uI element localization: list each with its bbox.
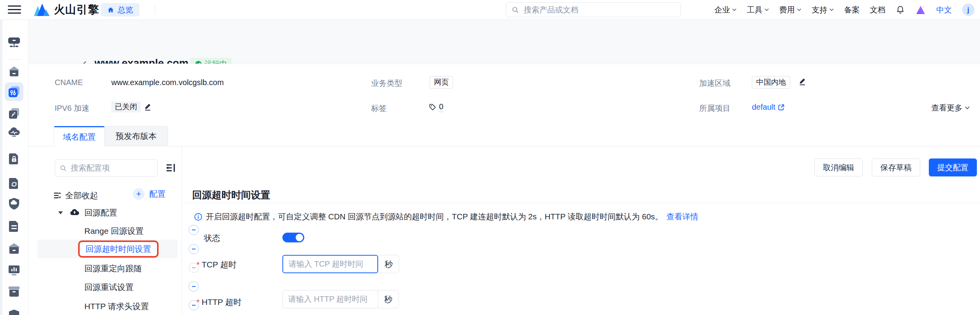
section-info-text: 开启回源超时配置，可自定义调整 CDN 回源节点到源站的超时时间，TCP 建连超… [206, 211, 663, 222]
domain-header-band: ‹ www.example.com 运行中 [28, 20, 980, 64]
navbar-divider [155, 5, 155, 14]
section-info-banner: 开启回源超时配置，可自定义调整 CDN 回源节点到源站的超时时间，TCP 建连超… [194, 211, 698, 222]
ai-assistant-icon[interactable] [915, 5, 926, 15]
domain-config-icon[interactable] [5, 82, 23, 101]
overview-button[interactable]: 总览 [101, 3, 139, 16]
tag-icon [429, 103, 436, 111]
http-unit-suffix: 秒 [378, 290, 399, 308]
project-value[interactable]: default [752, 103, 785, 112]
rocket-boost-icon[interactable] [8, 107, 20, 119]
tab-domain-config[interactable]: 域名配置 [54, 126, 105, 147]
tcp-timeout-input[interactable] [282, 255, 378, 273]
ipv6-value: 已关闭 [111, 101, 141, 112]
nav-menu-icp[interactable]: 备案 [844, 5, 860, 15]
nav-menu-enterprise[interactable]: 企业 [714, 5, 737, 15]
cname-label: CNAME [55, 78, 83, 87]
region-label: 加速区域 [699, 78, 730, 89]
hamburger-menu-icon[interactable] [8, 5, 21, 14]
toggle-knob [296, 234, 303, 241]
config-search-input[interactable] [70, 163, 153, 173]
http-field-label-row: * HTTP 超时 [196, 297, 241, 308]
save-draft-button[interactable]: 保存草稿 [872, 158, 920, 176]
home-nav-icon[interactable] [8, 65, 20, 78]
region-value: 中国内地 [752, 76, 790, 89]
cancel-edit-button[interactable]: 取消编辑 [814, 158, 863, 176]
tree-item-http-request-header[interactable]: HTTP 请求头设置 [84, 301, 149, 312]
chevron-down-icon [965, 106, 970, 110]
archive-box-icon[interactable] [8, 286, 20, 297]
edit-region-icon[interactable] [798, 77, 807, 86]
project-label: 所属项目 [699, 103, 730, 114]
language-switch[interactable]: 中文 [936, 5, 952, 15]
panel-content-divider [182, 146, 182, 315]
config-tabs: 域名配置 预发布版本 [28, 126, 980, 146]
edit-ipv6-icon[interactable] [144, 102, 152, 111]
tag-count[interactable]: 0 [439, 102, 443, 112]
nav-menu-tools[interactable]: 工具 [747, 5, 769, 15]
chevron-down-icon [829, 8, 834, 11]
ipv6-label: IPV6 加速 [55, 103, 89, 114]
tree-item-range-minus-icon[interactable] [189, 225, 199, 235]
active-nav-highlight [5, 82, 23, 101]
cname-value: www.example.com.volcgslb.com [111, 78, 224, 87]
caret-down-icon[interactable] [58, 211, 63, 215]
monitor-chart-icon[interactable] [7, 264, 21, 277]
collapse-panel-icon[interactable] [165, 162, 177, 174]
user-avatar[interactable]: j [962, 4, 975, 16]
required-asterisk: * [196, 260, 200, 269]
status-toggle[interactable] [282, 233, 304, 242]
chevron-down-icon [732, 8, 737, 11]
global-search-input[interactable] [523, 5, 675, 15]
status-field-label: 状态 [204, 233, 220, 244]
doc-lines-icon[interactable] [8, 220, 20, 233]
logo-text: 火山引擎 [54, 2, 99, 17]
section-divider [182, 203, 980, 203]
tree-item-origin-timeout-minus-icon[interactable] [189, 244, 199, 254]
nav-menu-docs[interactable]: 文档 [870, 5, 885, 15]
biz-type-value: 网页 [430, 76, 453, 89]
chevron-down-icon [764, 8, 769, 11]
home-icon [107, 6, 114, 14]
cdn-console-page: 火山引擎 总览 企业 工具 费用 [0, 0, 980, 315]
partial-bottom-icon[interactable] [8, 309, 20, 315]
volcengine-logo[interactable]: 火山引擎 [34, 3, 99, 17]
storage-home-icon[interactable] [8, 242, 20, 255]
view-detail-link[interactable]: 查看详情 [666, 211, 698, 222]
tcp-unit-suffix: 秒 [378, 255, 399, 273]
notification-bell-icon[interactable] [896, 5, 905, 14]
shield-cloud-icon[interactable] [8, 198, 20, 210]
tree-item-retry-minus-icon[interactable] [189, 281, 199, 292]
sidebar-divider [7, 59, 21, 60]
global-search-box [506, 2, 681, 17]
doc-lock-icon[interactable] [8, 153, 20, 165]
tree-item-origin-timeout[interactable]: 回源超时时间设置 [78, 240, 159, 258]
plus-icon: + [133, 188, 145, 200]
tree-item-retry[interactable]: 回源重试设置 [84, 282, 134, 293]
nav-menu-billing[interactable]: 费用 [779, 5, 801, 15]
add-config-button[interactable]: + 配置 [133, 188, 166, 200]
doc-sync-icon[interactable] [8, 177, 20, 190]
product-sidebar [0, 20, 29, 315]
console-network-icon[interactable] [7, 35, 21, 49]
view-more-button[interactable]: 查看更多 [931, 103, 970, 113]
tags-label: 标签 [371, 103, 387, 114]
search-icon [512, 6, 519, 14]
cloud-monitor-icon[interactable] [7, 126, 21, 139]
overview-label: 总览 [118, 5, 133, 15]
tree-item-range[interactable]: Range 回源设置 [84, 226, 144, 237]
search-icon [60, 165, 67, 172]
collapse-all-icon [53, 191, 62, 200]
info-circle-icon [194, 213, 202, 221]
top-navbar: 火山引擎 总览 企业 工具 费用 [0, 0, 980, 20]
config-search-box [55, 159, 158, 177]
http-timeout-input[interactable] [282, 290, 378, 308]
tab-prerelease-version[interactable]: 预发布版本 [104, 126, 168, 146]
tags-value[interactable]: 0 [429, 102, 443, 112]
tree-item-redirect-follow[interactable]: 回源重定向跟随 [84, 263, 142, 274]
nav-menu-support[interactable]: 支持 [812, 5, 834, 15]
tree-group-origin-config[interactable]: 回源配置 [58, 206, 117, 219]
submit-config-button[interactable]: 提交配置 [929, 158, 977, 176]
navbar-right-menu: 企业 工具 费用 支持 备案 文档 [714, 0, 975, 20]
collapse-all-button[interactable]: 全部收起 [53, 190, 98, 201]
main-card: CNAME www.example.com.volcgslb.com 业务类型 … [28, 64, 980, 315]
